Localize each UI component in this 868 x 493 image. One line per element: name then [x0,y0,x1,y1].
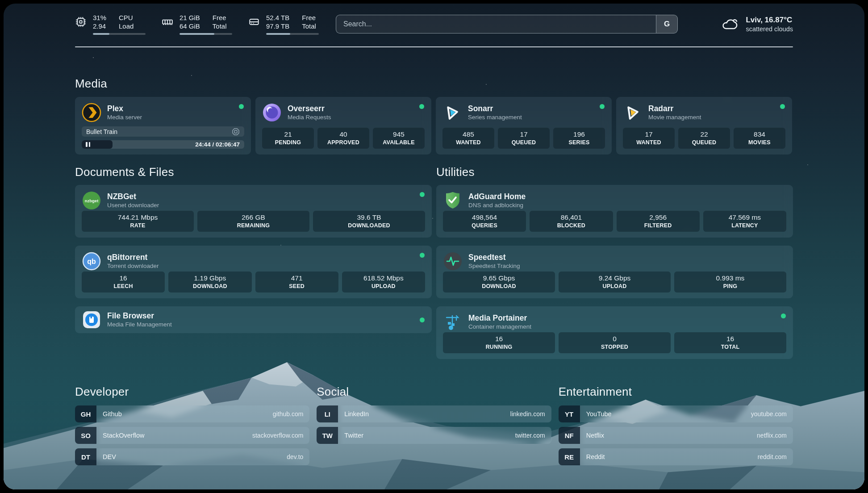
header-divider [75,46,793,47]
service-card-qbittorrent[interactable]: qb qBittorrent Torrent downloader 16 LEE… [75,246,432,298]
service-card-plex[interactable]: Plex Media server Bullet Train [75,97,251,155]
card-title: File Browser [107,311,172,321]
stat-value: 744.21 Mbps [118,213,158,222]
search-input[interactable] [336,15,656,33]
service-card-nzbget[interactable]: nzbget NZBGet Usenet downloader 744.21 M… [75,185,432,238]
service-card-sonarr[interactable]: Sonarr Series management 485 WANTED 17 Q… [436,97,612,155]
bookmark-dev[interactable]: DT DEV dev.to [75,448,309,465]
bookmark-name: Reddit [586,453,605,460]
stat-box: 0.993 ms PING [674,272,786,292]
weather-condition: scattered clouds [746,25,793,33]
card-title: Plex [107,104,142,113]
bookmark-linkedin[interactable]: LI LinkedIn linkedin.com [317,405,551,422]
stat-label: REMAINING [237,222,270,230]
service-card-radarr[interactable]: Radarr Movie management 17 WANTED 22 QUE… [616,97,792,155]
playback-progress-bar: 24:44 / 02:06:47 [82,140,244,149]
card-subtitle: Media server [107,113,142,121]
memory-free-label: Free [213,13,227,22]
disk-free-value: 52.4 TB [266,13,289,22]
adguard-icon [443,191,463,210]
portainer-icon [443,312,463,332]
filebrowser-icon [82,310,101,330]
stat-value: 471 [291,274,303,283]
stat-label: STOPPED [601,343,628,351]
stat-value: 22 [700,130,708,139]
stat-label: RUNNING [486,343,513,351]
stat-box: 47.569 ms LATENCY [703,211,786,232]
cpu-meter [93,33,146,35]
stat-box: 2,956 FILTERED [617,211,700,232]
stat-value: 17 [520,130,527,139]
memory-meter-fill [179,33,214,35]
service-card-portainer[interactable]: Media Portainer Container management 16 … [436,306,793,359]
media-card-row: Plex Media server Bullet Train [75,97,793,155]
memory-free-value: 21 GiB [179,13,200,22]
card-title: qBittorrent [107,252,159,262]
stat-value: 9.24 Gbps [599,274,631,283]
pause-icon[interactable] [86,142,90,147]
bookmark-stackoverflow[interactable]: SO StackOverflow stackoverflow.com [75,427,309,444]
card-subtitle: Media File Management [107,321,172,329]
card-subtitle: Usenet downloader [107,201,159,209]
bookmark-youtube[interactable]: YT YouTube youtube.com [559,405,793,422]
stat-label: WANTED [636,139,661,146]
stat-label: LEECH [113,283,133,290]
gear-icon[interactable] [232,128,240,136]
stat-box: 945 AVAILABLE [373,128,425,149]
service-card-adguard[interactable]: AdGuard Home DNS and adblocking 498,564 … [436,185,793,238]
card-subtitle: Movie management [648,113,701,121]
card-title: Sonarr [468,104,522,113]
bookmark-netflix[interactable]: NF Netflix netflix.com [559,427,793,444]
bookmark-github[interactable]: GH Github github.com [75,405,309,422]
disk-total-label: Total [302,22,316,30]
stat-label: PENDING [275,139,301,146]
stat-value: 0.993 ms [716,274,745,283]
stat-box: 86,401 BLOCKED [530,211,613,232]
status-dot [239,104,244,109]
stat-box: 834 MOVIES [734,128,785,149]
bookmark-name: Github [103,410,122,418]
stat-value: 40 [339,130,347,139]
bookmark-name: DEV [103,453,116,460]
bookmark-reddit[interactable]: RE Reddit reddit.com [559,448,793,465]
bookmark-abbr: SO [75,427,96,444]
service-card-overseerr[interactable]: Overseerr Media Requests 21 PENDING 40 A… [255,97,431,155]
stat-box: 40 APPROVED [317,128,369,149]
stat-value: 39.6 TB [357,213,381,222]
top-bar: 31% 2.94 CPU Load [75,13,793,35]
service-card-speedtest[interactable]: Speedtest Speedtest Tracking 9.65 Gbps D… [436,246,793,298]
section-title-utilities: Utilities [436,165,793,179]
bookmark-twitter[interactable]: TW Twitter twitter.com [317,427,551,444]
bookmark-abbr: NF [559,427,580,444]
stat-value: 21 [284,130,292,139]
stat-box: 744.21 Mbps RATE [82,211,194,232]
stat-box: 196 SERIES [553,128,605,149]
overseerr-icon [262,103,282,122]
stat-label: LATENCY [731,222,758,230]
card-title: Radarr [648,104,701,113]
qbittorrent-icon: qb [82,251,101,271]
section-title-developer: Developer [75,385,309,399]
cpu-usage-value: 31% [93,13,106,22]
weather-widget: Lviv, 16.87°C scattered clouds [695,14,793,34]
stat-label: BLOCKED [557,222,585,230]
stat-box: 0 STOPPED [559,332,671,353]
stat-label: FILTERED [644,222,672,230]
cloud-icon [720,14,739,34]
card-title: NZBGet [107,192,159,201]
card-subtitle: Speedtest Tracking [468,262,520,270]
card-subtitle: DNS and adblocking [468,201,526,209]
search-engine-button[interactable]: G [656,15,677,33]
bookmark-abbr: YT [559,405,580,422]
search-bar: G [336,15,678,33]
stat-box: 9.24 Gbps UPLOAD [559,272,671,292]
stat-label: QUEUED [692,139,717,146]
card-subtitle: Series management [468,113,522,121]
status-dot [420,318,425,322]
stat-label: DOWNLOADED [348,222,390,230]
disk-meter-fill [266,33,290,35]
service-card-filebrowser[interactable]: File Browser Media File Management [75,306,432,333]
stat-box: 22 QUEUED [678,128,730,149]
stat-box: 17 QUEUED [498,128,550,149]
stat-label: SEED [289,283,305,290]
